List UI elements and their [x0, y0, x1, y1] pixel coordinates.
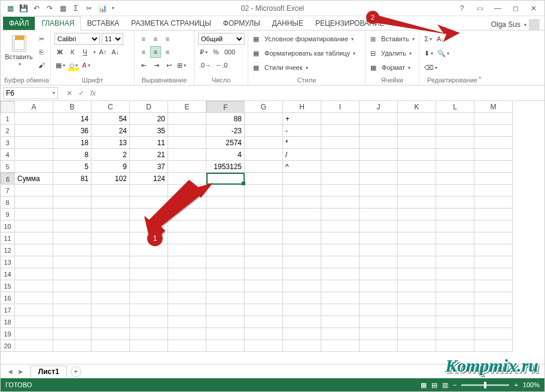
qat-more-icon[interactable]: ▾ [112, 5, 114, 11]
cell[interactable]: Сумма [15, 173, 53, 185]
cell[interactable] [206, 256, 245, 268]
cell[interactable] [398, 340, 436, 352]
cell[interactable] [206, 209, 245, 220]
cell[interactable] [398, 256, 436, 268]
cell[interactable] [130, 304, 168, 316]
cell[interactable]: 13 [92, 137, 130, 149]
cell[interactable] [398, 185, 436, 197]
cell[interactable] [168, 244, 206, 256]
cell[interactable] [398, 268, 436, 280]
cell[interactable] [474, 220, 513, 232]
cell[interactable] [245, 173, 283, 185]
cell[interactable] [436, 280, 474, 292]
cell[interactable] [360, 197, 398, 209]
format-cells-button[interactable]: ▦ Формат▾ [369, 62, 412, 74]
cell[interactable] [53, 220, 92, 232]
increase-decimal-button[interactable]: .0→ [198, 59, 212, 71]
row-header[interactable]: 18 [1, 316, 15, 328]
column-header[interactable]: F [206, 101, 245, 113]
row-header[interactable]: 5 [1, 161, 15, 173]
cell[interactable] [168, 161, 206, 173]
cell[interactable] [436, 220, 474, 232]
tab-formulas[interactable]: ФОРМУЛЫ [217, 17, 266, 30]
cell[interactable] [283, 316, 321, 328]
cell[interactable] [168, 209, 206, 220]
cell[interactable] [321, 268, 360, 280]
column-header[interactable]: G [245, 101, 283, 113]
cell[interactable] [15, 149, 53, 161]
row-header[interactable]: 2 [1, 125, 15, 137]
cell[interactable] [245, 256, 283, 268]
cell[interactable] [360, 137, 398, 149]
cell[interactable]: 81 [53, 173, 92, 185]
cell[interactable] [130, 244, 168, 256]
increase-indent-button[interactable]: ⇥ [151, 59, 162, 71]
tab-insert[interactable]: ВСТАВКА [81, 17, 125, 30]
row-header[interactable]: 7 [1, 185, 15, 197]
cell[interactable]: 21 [130, 149, 168, 161]
row-header[interactable]: 3 [1, 137, 15, 149]
cell[interactable] [283, 244, 321, 256]
cell[interactable] [206, 316, 245, 328]
cell[interactable]: * [283, 137, 321, 149]
cell[interactable] [15, 185, 53, 197]
cell[interactable] [474, 173, 513, 185]
cut-icon[interactable]: ✂ [84, 4, 94, 13]
row-header[interactable]: 12 [1, 244, 15, 256]
cell[interactable] [245, 209, 283, 220]
row-header[interactable]: 15 [1, 280, 15, 292]
new-sheet-button[interactable]: + [71, 366, 81, 377]
cell[interactable] [360, 292, 398, 304]
cell[interactable] [398, 292, 436, 304]
cell[interactable] [283, 173, 321, 185]
cell[interactable] [15, 125, 53, 137]
cell[interactable] [245, 304, 283, 316]
cell[interactable] [398, 220, 436, 232]
cell[interactable] [474, 292, 513, 304]
zoom-slider[interactable] [461, 384, 509, 386]
row-header[interactable]: 8 [1, 197, 15, 209]
align-middle-button[interactable]: ≡ [150, 33, 161, 45]
cell[interactable] [283, 304, 321, 316]
cell[interactable] [360, 328, 398, 340]
cell[interactable] [283, 328, 321, 340]
merge-button[interactable]: ⊞▾ [176, 59, 187, 71]
formula-input[interactable] [102, 88, 544, 97]
border-button[interactable]: ▦▾ [54, 59, 66, 71]
underline-button[interactable]: Ч [80, 46, 90, 58]
cell[interactable] [245, 232, 283, 244]
cell[interactable] [321, 232, 360, 244]
cell[interactable]: 4 [206, 149, 245, 161]
cell[interactable] [283, 340, 321, 352]
cell[interactable] [283, 209, 321, 220]
cell[interactable]: 2 [92, 149, 130, 161]
sheet-next-icon[interactable]: ► [17, 368, 25, 376]
maximize-icon[interactable]: ◻ [510, 4, 522, 13]
cell[interactable] [168, 340, 206, 352]
cell[interactable]: ^ [283, 161, 321, 173]
cell[interactable] [53, 197, 92, 209]
cell[interactable] [206, 268, 245, 280]
cell[interactable]: 20 [130, 113, 168, 125]
row-header[interactable]: 14 [1, 268, 15, 280]
cell[interactable] [436, 256, 474, 268]
column-header[interactable]: B [53, 101, 92, 113]
cell[interactable] [360, 280, 398, 292]
cell[interactable] [436, 149, 474, 161]
cell[interactable] [245, 280, 283, 292]
cell[interactable] [474, 340, 513, 352]
cell[interactable] [206, 340, 245, 352]
zoom-in-button[interactable]: + [514, 381, 517, 388]
cell[interactable] [53, 340, 92, 352]
cell[interactable] [53, 244, 92, 256]
cell[interactable] [53, 209, 92, 220]
cell[interactable] [53, 232, 92, 244]
cell[interactable] [92, 232, 130, 244]
cell[interactable] [474, 232, 513, 244]
close-icon[interactable]: ✕ [528, 4, 540, 13]
cell[interactable] [15, 316, 53, 328]
cell[interactable] [92, 304, 130, 316]
cell[interactable] [168, 197, 206, 209]
tab-home[interactable]: ГЛАВНАЯ [35, 16, 81, 30]
cell[interactable] [474, 280, 513, 292]
